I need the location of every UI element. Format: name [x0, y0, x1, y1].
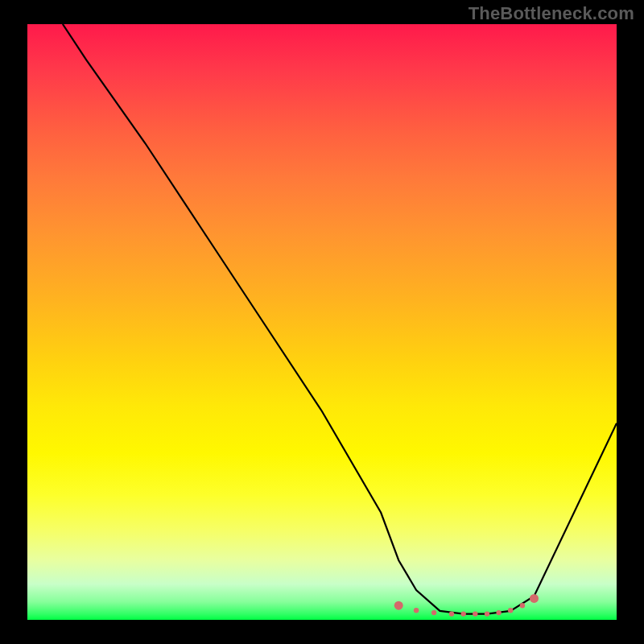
- marker-dot: [461, 611, 466, 616]
- marker-dot: [431, 610, 436, 615]
- marker-dot: [496, 610, 501, 615]
- chart-container: TheBottleneck.com: [0, 0, 644, 644]
- marker-dot: [394, 601, 403, 610]
- marker-dot: [530, 594, 539, 603]
- marker-dot: [520, 603, 525, 608]
- marker-dot: [485, 611, 489, 616]
- bottleneck-curve: [63, 24, 617, 614]
- plot-area: [27, 24, 617, 620]
- marker-dot: [473, 611, 477, 616]
- chart-svg: [27, 24, 617, 620]
- marker-dot: [508, 608, 513, 613]
- marker-dot: [414, 608, 419, 613]
- watermark-label: TheBottleneck.com: [469, 3, 634, 24]
- marker-dot: [449, 611, 454, 616]
- curve-line: [63, 24, 617, 614]
